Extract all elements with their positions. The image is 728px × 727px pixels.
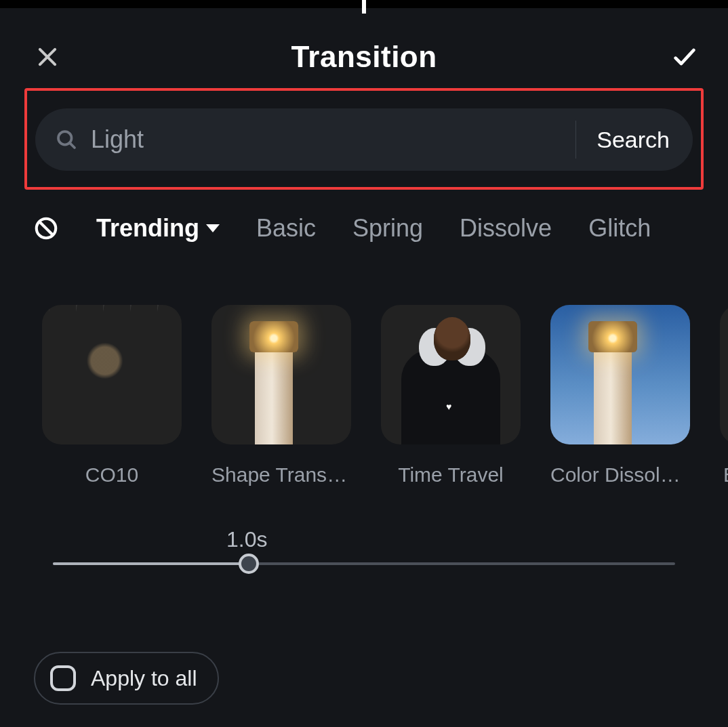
slider-thumb[interactable] xyxy=(239,554,259,574)
transition-label: Color Dissolv… xyxy=(550,463,690,486)
close-button[interactable] xyxy=(33,42,62,72)
apply-label: Apply to all xyxy=(91,666,197,691)
slider-track xyxy=(53,562,675,565)
playhead-indicator xyxy=(362,0,366,14)
transition-item-color-dissolve[interactable]: Color Dissolv… xyxy=(550,305,690,486)
transition-thumbnail: ♥ xyxy=(381,305,521,444)
search-input[interactable] xyxy=(91,125,567,154)
category-tabs: Trending Basic Spring Dissolve Glitch xyxy=(33,214,728,243)
slider-fill xyxy=(53,562,249,565)
tab-spring[interactable]: Spring xyxy=(352,214,423,243)
no-transition-button[interactable] xyxy=(33,215,60,242)
transition-thumbnail xyxy=(211,305,351,444)
transition-label: Shape Transit… xyxy=(211,463,351,486)
chevron-down-icon xyxy=(206,224,220,232)
duration-value: 1.0s xyxy=(226,527,267,552)
transition-thumbnail xyxy=(550,305,690,444)
tab-glitch[interactable]: Glitch xyxy=(588,214,651,243)
duration-slider[interactable]: 1.0s xyxy=(53,562,675,565)
tab-label: Trending xyxy=(96,214,199,243)
apply-to-all-button[interactable]: Apply to all xyxy=(34,652,219,705)
check-icon xyxy=(668,43,702,70)
svg-line-5 xyxy=(39,222,54,236)
search-divider xyxy=(575,121,576,159)
transition-item-next[interactable]: B xyxy=(720,305,728,486)
none-icon xyxy=(33,215,59,241)
svg-line-3 xyxy=(70,143,75,148)
transition-item-co10[interactable]: CO10 xyxy=(42,305,182,486)
transition-item-shape[interactable]: Shape Transit… xyxy=(211,305,351,486)
confirm-button[interactable] xyxy=(666,42,704,72)
transition-thumbnail xyxy=(42,305,182,444)
tab-trending[interactable]: Trending xyxy=(96,214,220,243)
search-bar: Search xyxy=(35,108,693,171)
tab-basic[interactable]: Basic xyxy=(256,214,316,243)
transition-label: Time Travel xyxy=(381,463,521,486)
search-icon xyxy=(54,127,79,152)
transition-panel: Transition Search Trending Basic Spring … xyxy=(0,0,728,727)
header: Transition xyxy=(0,33,728,81)
page-title: Transition xyxy=(291,40,437,74)
transition-list: CO10 Shape Transit… ♥ Time Travel Color … xyxy=(42,305,728,486)
transition-label: B xyxy=(720,463,728,486)
apply-checkbox[interactable] xyxy=(50,665,76,691)
transition-thumbnail xyxy=(720,305,728,444)
transition-label: CO10 xyxy=(42,463,182,486)
transition-item-time-travel[interactable]: ♥ Time Travel xyxy=(381,305,521,486)
close-icon xyxy=(35,44,60,70)
search-button[interactable]: Search xyxy=(579,127,693,153)
tab-dissolve[interactable]: Dissolve xyxy=(460,214,552,243)
